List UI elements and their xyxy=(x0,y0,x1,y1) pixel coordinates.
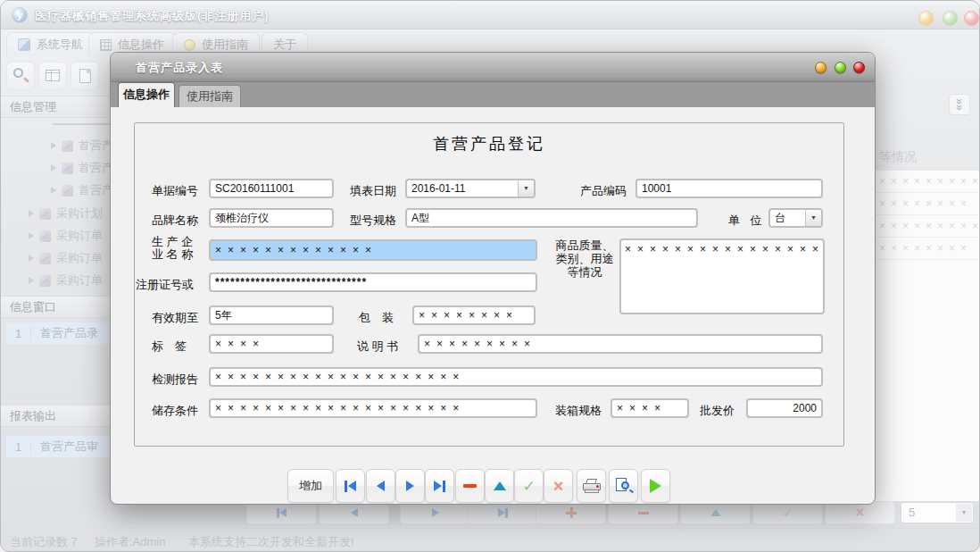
unit-combo[interactable]: 台 ▼ xyxy=(768,208,823,228)
brand-label: 品牌名称 xyxy=(152,213,198,229)
toolbar-document-button[interactable] xyxy=(71,62,99,90)
bg-grid-body xyxy=(873,260,980,501)
chevron-right-icon xyxy=(29,277,34,284)
chevron-down-icon[interactable]: ▼ xyxy=(518,180,534,197)
tab-label: 信息操作 xyxy=(118,37,164,53)
reg-no-field[interactable]: ****************************** xyxy=(209,272,537,292)
model-field[interactable]: A型 xyxy=(405,208,698,228)
bg-grid-column-header: 等情况 xyxy=(879,149,917,165)
collapse-panel-button[interactable]: »» xyxy=(949,94,970,115)
toolbar-table-button[interactable] xyxy=(38,62,67,90)
chevron-down-icon[interactable]: ▼ xyxy=(805,210,821,226)
info-window-row[interactable]: 1 首营产品录 xyxy=(6,322,110,344)
tree-item-partial xyxy=(53,123,110,125)
tree-item-label: 采购订单 xyxy=(56,272,103,289)
tab-label: 系统导航 xyxy=(37,37,83,53)
last-record-button[interactable] xyxy=(425,469,454,503)
tree-item-purchase-order-2[interactable]: 采购订单 xyxy=(29,247,103,269)
manufacturer-field[interactable]: ××××××××××××× xyxy=(209,239,537,261)
dialog-title: 首营产品录入表 xyxy=(136,60,223,76)
tree-item-label: 首营产 xyxy=(79,138,113,154)
wholesale-price-field[interactable]: 2000 xyxy=(746,398,823,418)
doc-no-field[interactable]: SC20160111001 xyxy=(209,179,334,198)
valid-until-field[interactable]: 5年 xyxy=(209,305,334,325)
toolbar-search-button[interactable] xyxy=(6,62,35,90)
tree-item-purchase-plan[interactable]: 采购计划 xyxy=(29,203,103,224)
tree-item-shouying-3[interactable]: 首营产 xyxy=(51,180,113,201)
unit-value: 台 xyxy=(775,212,785,224)
search-icon xyxy=(13,68,23,78)
chevron-right-icon xyxy=(51,164,56,171)
fill-date-value: 2016-01-11 xyxy=(411,182,466,195)
delete-record-button[interactable] xyxy=(455,469,485,503)
main-titlebar: y 医疗器械销售管理系统高级版(非注册用户) xyxy=(1,1,979,29)
tree-item-purchase-order-1[interactable]: 采购订单 xyxy=(29,225,103,247)
page-size-spinner[interactable]: 5 ▼ xyxy=(901,502,974,523)
tree-item-shouying-2[interactable]: 首营产 xyxy=(51,157,113,179)
form-title: 首营产品登记 xyxy=(134,133,844,155)
confirm-button[interactable]: ✓ xyxy=(514,469,544,503)
first-record-button[interactable] xyxy=(336,469,365,503)
carton-spec-field[interactable]: ×××× xyxy=(610,398,689,418)
tree-item-purchase-order-3[interactable]: 采购订单 xyxy=(29,270,103,291)
printer-icon xyxy=(583,479,601,493)
wholesale-price-label: 批发价 xyxy=(700,403,735,419)
maximize-button[interactable] xyxy=(943,11,958,26)
dialog-maximize-button[interactable] xyxy=(835,62,846,73)
tab-system-nav[interactable]: 系统导航 xyxy=(6,32,95,56)
tree-item-label: 首营产 xyxy=(79,182,113,198)
grid-icon xyxy=(100,39,112,51)
main-window: y 医疗器械销售管理系统高级版(非注册用户) 系统导航 信息操作 使用指南 关于 xyxy=(0,0,980,552)
status-operator: 操作者:Admin xyxy=(95,534,165,550)
row-index: 1 xyxy=(6,440,31,454)
nav-square-icon xyxy=(18,38,30,51)
manual-field[interactable]: ××××××××× xyxy=(418,334,823,354)
storage-field[interactable]: ×××××××××××××××××××× xyxy=(209,398,537,418)
first-icon xyxy=(348,481,356,491)
chevron-right-icon xyxy=(29,255,34,262)
packaging-field[interactable]: ×××××××× xyxy=(412,305,536,325)
print-button[interactable] xyxy=(577,469,606,503)
valid-until-label: 有效期至 xyxy=(152,310,198,326)
packaging-label: 包 装 xyxy=(359,310,394,326)
report-output-row[interactable]: 1 首营产品审 xyxy=(6,436,110,457)
product-code-field[interactable]: 10001 xyxy=(635,179,823,198)
tab-label: 使用指南 xyxy=(202,37,248,53)
next-record-button[interactable] xyxy=(395,469,425,503)
dialog-tab-usage-guide[interactable]: 使用指南 xyxy=(179,85,241,107)
close-button[interactable] xyxy=(964,11,979,26)
print-preview-icon xyxy=(615,478,633,494)
tree-item-icon xyxy=(62,185,73,197)
dialog-tab-info-operation[interactable]: 信息操作 xyxy=(118,82,175,107)
minimize-button[interactable] xyxy=(918,11,934,26)
edit-icon xyxy=(710,509,721,516)
last-icon xyxy=(434,481,442,491)
print-preview-button[interactable] xyxy=(609,469,638,503)
tree-item-label: 首营产 xyxy=(79,160,113,176)
dialog-minimize-button[interactable] xyxy=(815,62,826,73)
sidebar-header-label: 信息窗口 xyxy=(10,300,56,314)
prev-record-button[interactable] xyxy=(366,469,395,503)
tag-field[interactable]: ×××× xyxy=(209,334,334,354)
doc-no-label: 单据编号 xyxy=(152,183,198,199)
test-report-field[interactable]: ×××××××××××××××××××× xyxy=(209,367,823,387)
status-record-count: 当前记录数 7 xyxy=(10,534,78,550)
chevron-down-icon[interactable]: ▼ xyxy=(956,504,972,522)
app-logo-icon: y xyxy=(12,7,28,23)
product-entry-dialog: 首营产品录入表 信息操作 使用指南 首营产品登记 单据编号 SC20160111… xyxy=(110,52,876,505)
brand-field[interactable]: 颈椎治疗仪 xyxy=(209,208,334,228)
page-size-value: 5 xyxy=(909,506,915,519)
tree-item-shouying-1[interactable]: 首营产 xyxy=(51,135,113,156)
fill-date-combo[interactable]: 2016-01-11 ▼ xyxy=(405,179,536,198)
check-icon: ✓ xyxy=(783,506,793,520)
quality-textarea[interactable]: ×××××××××××××××× xyxy=(619,238,825,314)
tree-item-icon xyxy=(62,163,73,174)
dialog-close-button[interactable] xyxy=(853,62,865,73)
edit-record-button[interactable] xyxy=(485,469,514,503)
run-button[interactable] xyxy=(641,469,670,503)
add-button[interactable]: 增加 xyxy=(287,469,334,503)
bg-grid-row: ×××××××× × xyxy=(873,238,980,260)
cancel-button[interactable]: × xyxy=(544,469,573,503)
quality-label-line2: 类别、用途 xyxy=(552,252,618,265)
manufacturer-label-line1: 生 产 企 xyxy=(152,236,193,248)
